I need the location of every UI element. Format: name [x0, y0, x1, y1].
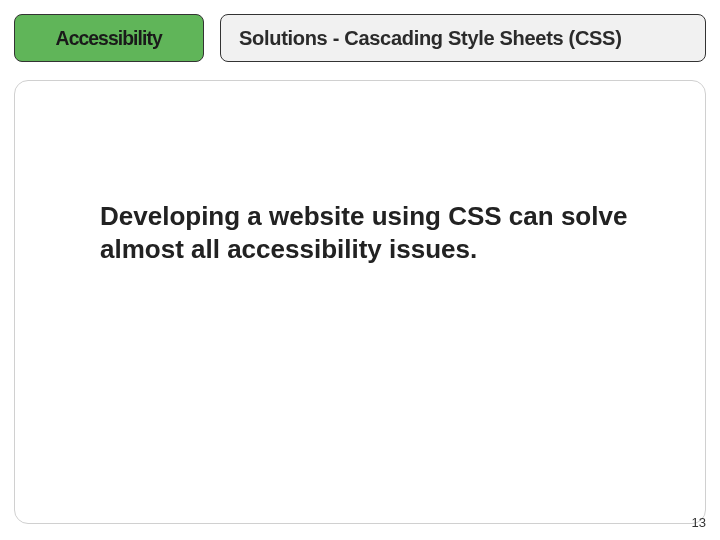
page-number: 13 [692, 515, 706, 530]
badge-accessibility: Accessibility [14, 14, 204, 62]
slide-title: Solutions - Cascading Style Sheets (CSS) [239, 27, 622, 50]
badge-label: Accessibility [56, 26, 162, 50]
slide-header: Accessibility Solutions - Cascading Styl… [14, 14, 706, 62]
slide: Accessibility Solutions - Cascading Styl… [0, 0, 720, 540]
content-panel [14, 80, 706, 524]
title-bar: Solutions - Cascading Style Sheets (CSS) [220, 14, 706, 62]
body-text: Developing a website using CSS can solve… [100, 200, 660, 265]
